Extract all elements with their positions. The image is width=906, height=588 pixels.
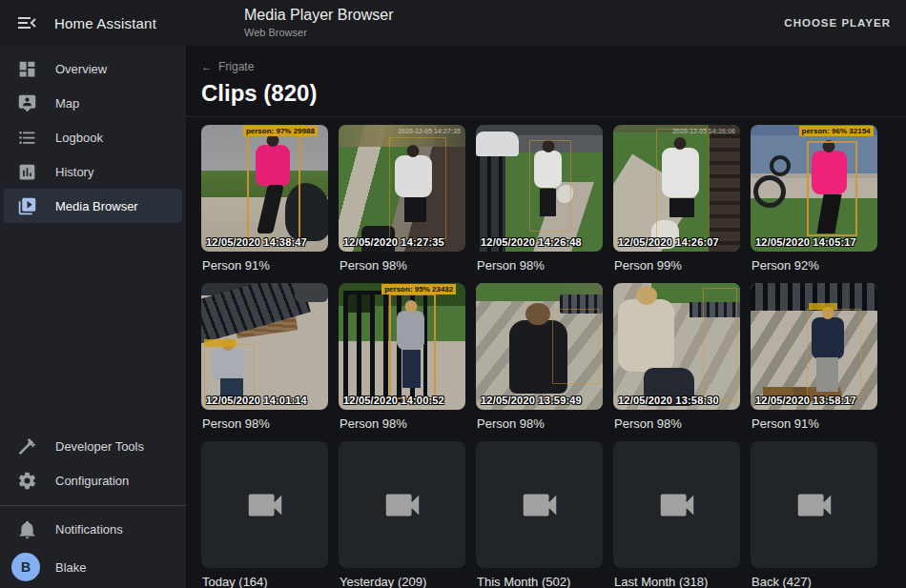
dashboard-icon xyxy=(17,59,37,79)
clip-caption: Person 98% xyxy=(340,416,464,431)
clip-card[interactable]: 2020-12-05 14:26:06 12/05/2020 14:26:07 … xyxy=(613,125,740,283)
clip-timestamp: 12/05/2020 14:38:47 xyxy=(206,236,307,248)
sidebar-item-developer-tools[interactable]: Developer Tools xyxy=(0,429,186,463)
detection-bbox xyxy=(552,309,599,385)
sidebar-item-configuration[interactable]: Configuration xyxy=(0,463,186,497)
page-subtitle: Web Browser xyxy=(244,27,394,39)
camera-osd-timestamp: 2020-12-05 14:27:35 xyxy=(398,128,461,134)
detection-bbox xyxy=(389,294,436,400)
video-camera-icon xyxy=(381,483,424,527)
sidebar: Overview Map Logbook History Media Brows… xyxy=(0,46,186,588)
sidebar-item-history[interactable]: History xyxy=(0,154,186,189)
sidebar-item-label: Logbook xyxy=(55,131,103,145)
detection-label-fragment xyxy=(809,303,837,310)
clip-card[interactable]: 12/05/2020 14:26:48 Person 98% xyxy=(476,125,603,283)
sidebar-item-label: Notifications xyxy=(55,522,123,537)
gear-icon xyxy=(17,471,37,491)
folder-label: Today (164) xyxy=(202,575,327,588)
clip-thumbnail: person: 95% 23432 12/05/2020 14:00:52 xyxy=(339,283,465,410)
clip-thumbnail: 2020-12-05 14:26:06 12/05/2020 14:26:07 xyxy=(613,125,740,252)
sidebar-item-label: Overview xyxy=(55,62,107,76)
folder-label: Yesterday (209) xyxy=(340,575,464,588)
folder-card-today[interactable]: Today (164) xyxy=(201,441,328,588)
video-camera-icon xyxy=(243,483,287,527)
folder-thumbnail xyxy=(339,441,465,568)
detection-bbox xyxy=(529,140,571,232)
sidebar-item-label: Map xyxy=(55,96,79,111)
map-account-icon xyxy=(17,93,37,113)
menu-open-icon[interactable] xyxy=(15,11,38,34)
clip-caption: Person 91% xyxy=(752,416,876,431)
clip-timestamp: 12/05/2020 13:58:17 xyxy=(755,395,856,406)
content-header: ← Frigate Clips (820) xyxy=(186,46,906,117)
clip-card[interactable]: 12/05/2020 14:01:14 Person 98% xyxy=(201,283,328,441)
clips-grid: person: 97% 29988 12/05/2020 14:38:47 Pe… xyxy=(186,117,906,588)
clip-timestamp: 12/05/2020 13:58:30 xyxy=(618,395,719,406)
detection-bbox xyxy=(389,137,446,238)
clip-timestamp: 12/05/2020 14:26:48 xyxy=(481,236,582,248)
clip-card[interactable]: 12/05/2020 13:58:30 Person 98% xyxy=(613,283,740,441)
folder-label: Last Month (318) xyxy=(614,575,739,588)
clip-thumbnail: person: 97% 29988 12/05/2020 14:38:47 xyxy=(201,125,328,252)
profile-name: Blake xyxy=(55,560,87,575)
clip-thumbnail: 2020-12-05 14:27:35 12/05/2020 14:27:35 xyxy=(339,125,465,252)
detection-label: person: 95% 23432 xyxy=(381,284,456,294)
folder-card-yesterday[interactable]: Yesterday (209) xyxy=(339,441,465,588)
sidebar-item-label: Configuration xyxy=(55,474,129,488)
detection-bbox xyxy=(807,141,857,236)
clip-caption: Person 98% xyxy=(340,258,464,273)
avatar: B xyxy=(11,553,40,581)
clip-timestamp: 12/05/2020 14:27:35 xyxy=(343,236,444,248)
folder-card-this-month[interactable]: This Month (502) xyxy=(476,441,603,588)
clip-card[interactable]: 2020-12-05 14:27:35 12/05/2020 14:27:35 … xyxy=(339,125,465,283)
breadcrumb[interactable]: ← Frigate xyxy=(201,60,254,73)
sidebar-profile[interactable]: B Blake xyxy=(0,546,186,588)
folder-label: Back (427) xyxy=(752,575,876,588)
video-camera-icon xyxy=(518,483,562,527)
bell-icon xyxy=(17,519,37,539)
folder-thumbnail xyxy=(613,441,740,568)
clip-card[interactable]: person: 97% 29988 12/05/2020 14:38:47 Pe… xyxy=(201,125,328,283)
detection-bbox xyxy=(703,288,737,400)
clip-timestamp: 12/05/2020 14:05:17 xyxy=(755,236,856,248)
folder-label: This Month (502) xyxy=(477,575,602,588)
sidebar-divider xyxy=(0,505,186,506)
clip-timestamp: 12/05/2020 14:01:14 xyxy=(206,395,307,406)
detection-label: person: 97% 29988 xyxy=(243,126,318,136)
folder-thumbnail xyxy=(476,441,603,568)
detection-label-fragment xyxy=(204,339,237,347)
clip-caption: Person 91% xyxy=(202,258,327,273)
sidebar-item-overview[interactable]: Overview xyxy=(0,51,186,86)
sidebar-item-logbook[interactable]: Logbook xyxy=(0,120,186,154)
clip-card[interactable]: 12/05/2020 13:59:49 Person 98% xyxy=(476,283,603,441)
sidebar-item-media-browser[interactable]: Media Browser xyxy=(4,189,182,223)
sidebar-item-label: Media Browser xyxy=(55,199,138,213)
clip-caption: Person 92% xyxy=(752,258,876,273)
clip-card[interactable]: 12/05/2020 13:58:17 Person 91% xyxy=(751,283,877,441)
clip-thumbnail: 12/05/2020 14:01:14 xyxy=(201,283,328,410)
hammer-icon xyxy=(17,436,37,456)
list-icon xyxy=(17,128,37,148)
page-title: Media Player Browser xyxy=(244,7,394,24)
detection-label: person: 96% 32154 xyxy=(799,126,874,136)
video-camera-icon xyxy=(655,483,699,527)
sidebar-item-notifications[interactable]: Notifications xyxy=(0,512,186,546)
clip-timestamp: 12/05/2020 14:00:52 xyxy=(343,395,444,406)
choose-player-button[interactable]: CHOOSE PLAYER xyxy=(769,8,906,38)
clip-thumbnail: person: 96% 32154 12/05/2020 14:05:17 xyxy=(751,125,877,252)
clip-thumbnail: 12/05/2020 13:58:30 xyxy=(613,283,740,410)
clip-timestamp: 12/05/2020 14:26:07 xyxy=(618,236,719,248)
folder-card-last-month[interactable]: Last Month (318) xyxy=(613,441,740,588)
clip-timestamp: 12/05/2020 13:59:49 xyxy=(481,395,582,406)
page-title-block: Media Player Browser Web Browser xyxy=(244,7,394,38)
folder-card-back[interactable]: Back (427) xyxy=(751,441,877,588)
sidebar-item-map[interactable]: Map xyxy=(0,86,186,120)
play-box-multiple-icon xyxy=(17,196,37,216)
clip-caption: Person 98% xyxy=(614,416,739,431)
clip-card[interactable]: person: 95% 23432 12/05/2020 14:00:52 Pe… xyxy=(339,283,465,441)
app-title: Home Assistant xyxy=(54,15,156,31)
video-camera-icon xyxy=(793,483,836,527)
clip-card[interactable]: person: 96% 32154 12/05/2020 14:05:17 Pe… xyxy=(751,125,877,283)
sidebar-item-label: History xyxy=(55,165,93,179)
folder-thumbnail xyxy=(751,441,877,568)
